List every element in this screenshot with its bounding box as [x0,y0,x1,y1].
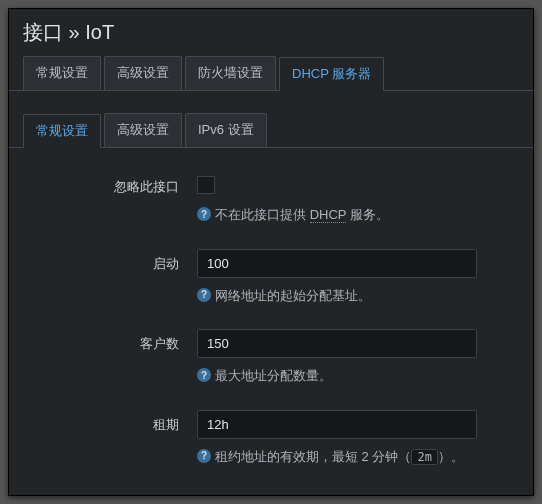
inner-tabs: 常规设置 高级设置 IPv6 设置 [9,113,533,148]
hint-text: 租约地址的有效期，最短 2 分钟（ [215,449,411,464]
subtab-advanced[interactable]: 高级设置 [104,113,182,147]
tab-firewall[interactable]: 防火墙设置 [185,56,276,90]
hint-ignore: ? 不在此接口提供 DHCP 服务。 [197,205,515,225]
row-limit: 客户数 ? 最大地址分配数量。 [27,329,515,404]
help-icon: ? [197,288,211,302]
help-icon: ? [197,207,211,221]
hint-dotted-dhcp: DHCP [310,207,347,223]
input-lease[interactable] [197,410,477,439]
label-lease: 租期 [27,410,197,434]
settings-panel: 接口 » IoT 常规设置 高级设置 防火墙设置 DHCP 服务器 常规设置 高… [8,8,534,496]
subtab-general[interactable]: 常规设置 [23,114,101,148]
hint-lease: ? 租约地址的有效期，最短 2 分钟（2m）。 [197,447,515,467]
row-ignore: 忽略此接口 ? 不在此接口提供 DHCP 服务。 [27,172,515,243]
label-start: 启动 [27,249,197,273]
subtab-ipv6[interactable]: IPv6 设置 [185,113,267,147]
checkbox-ignore[interactable] [197,176,215,194]
hint-code: 2m [411,449,437,465]
tab-dhcp-server[interactable]: DHCP 服务器 [279,57,384,91]
form-area: 忽略此接口 ? 不在此接口提供 DHCP 服务。 启动 ? 网络地址的起始分配基… [9,148,533,484]
outer-tabs: 常规设置 高级设置 防火墙设置 DHCP 服务器 [9,56,533,91]
hint-start: ? 网络地址的起始分配基址。 [197,286,515,306]
help-icon: ? [197,368,211,382]
hint-limit: ? 最大地址分配数量。 [197,366,515,386]
input-limit[interactable] [197,329,477,358]
page-title: 接口 » IoT [9,9,533,56]
row-lease: 租期 ? 租约地址的有效期，最短 2 分钟（2m）。 [27,410,515,485]
hint-text: 服务。 [346,207,389,222]
label-limit: 客户数 [27,329,197,353]
hint-text: 最大地址分配数量。 [215,366,332,386]
hint-text: 网络地址的起始分配基址。 [215,286,371,306]
help-icon: ? [197,449,211,463]
tab-general[interactable]: 常规设置 [23,56,101,90]
label-ignore: 忽略此接口 [27,172,197,196]
row-start: 启动 ? 网络地址的起始分配基址。 [27,249,515,324]
hint-text: ）。 [438,449,464,464]
tab-advanced[interactable]: 高级设置 [104,56,182,90]
input-start[interactable] [197,249,477,278]
hint-text: 不在此接口提供 [215,207,310,222]
